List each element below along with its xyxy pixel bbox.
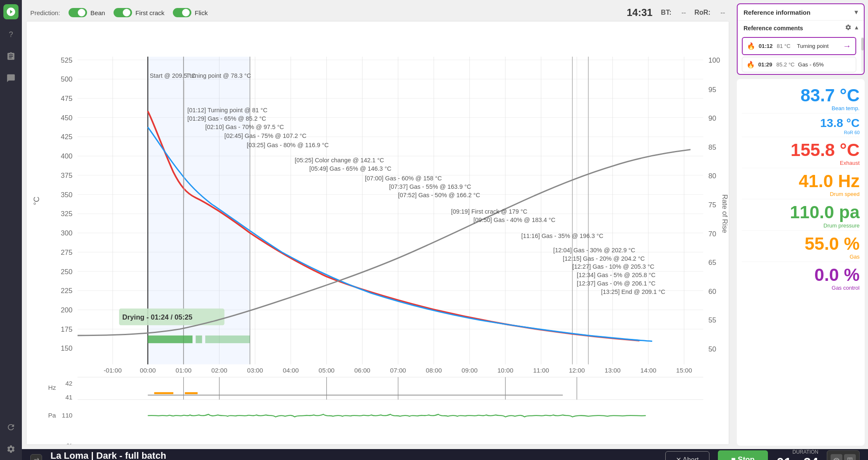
- svg-text:[02:45] Gas - 75% @ 107.2 °C: [02:45] Gas - 75% @ 107.2 °C: [225, 132, 307, 139]
- visibility-icon[interactable]: [831, 454, 842, 460]
- exhaust-row: 155.8 °C Exhaust: [742, 139, 860, 168]
- batch-info: La Loma | Dark - full batch PG-0008 - La…: [50, 450, 166, 460]
- chevron-down-icon[interactable]: ▾: [855, 8, 858, 16]
- bean-toggle-group: Bean: [69, 8, 105, 17]
- svg-rect-112: [77, 377, 703, 399]
- svg-text:425: 425: [61, 133, 72, 141]
- bottom-controls: ✕ Abort ■ Stop Duration 01 : 24: [665, 449, 860, 460]
- chart-section: Prediction: Bean First crack: [22, 0, 733, 449]
- flick-toggle-group: Flick: [173, 8, 208, 17]
- reference-info-card: Reference information ▾ Reference commen…: [737, 3, 865, 75]
- gas-control-row: 0.0 % Gas control: [742, 264, 860, 293]
- comment-icon-1: 🔥: [746, 61, 755, 69]
- chat-icon[interactable]: [4, 71, 18, 85]
- drum-pressure-row: 110.0 pa Drum pressure: [742, 201, 860, 230]
- gear-icon[interactable]: [845, 24, 852, 32]
- ror-row: 13.8 °C RoR 60: [742, 115, 860, 137]
- help-icon[interactable]: ?: [4, 28, 18, 41]
- svg-text:90: 90: [708, 114, 716, 122]
- chart-svg: 525 500 475 450 425 400 375 350 325 300 …: [26, 21, 729, 444]
- reference-comment-item-1: 🔥 01:29 85.2 °C Gas - 65%: [742, 57, 856, 72]
- svg-text:70: 70: [708, 230, 716, 238]
- svg-text:275: 275: [61, 249, 72, 256]
- controls-grid-icon[interactable]: [844, 454, 856, 460]
- app-logo[interactable]: [3, 4, 19, 19]
- svg-text:01:00: 01:00: [175, 367, 191, 374]
- duration-label: Duration: [776, 449, 818, 455]
- svg-text:13:00: 13:00: [605, 367, 621, 374]
- svg-text:50: 50: [708, 345, 716, 353]
- svg-text:95: 95: [708, 86, 716, 94]
- drum-speed-label: Drum speed: [830, 191, 860, 197]
- main-chart[interactable]: 525 500 475 450 425 400 375 350 325 300 …: [26, 21, 729, 445]
- svg-text:[01:29] Gas - 65% @ 85.2 °C: [01:29] Gas - 65% @ 85.2 °C: [188, 115, 266, 122]
- sidebar: ?: [0, 0, 22, 460]
- svg-text:[12:34] Gas - 5% @ 205.8 °C: [12:34] Gas - 5% @ 205.8 °C: [577, 272, 656, 278]
- svg-text:11:00: 11:00: [533, 367, 549, 374]
- first-crack-toggle[interactable]: [114, 8, 132, 17]
- right-panel: Reference information ▾ Reference commen…: [733, 0, 868, 449]
- svg-text:03:00: 03:00: [247, 367, 263, 374]
- stop-button[interactable]: ■ Stop: [718, 450, 768, 460]
- swap-icon[interactable]: ⇄: [30, 454, 42, 460]
- gas-label: Gas: [849, 254, 860, 260]
- svg-text:100: 100: [708, 56, 720, 64]
- ror-value-display: 13.8 °C: [820, 117, 860, 130]
- svg-text:[12:27] Gas - 10% @ 205.3 °C: [12:27] Gas - 10% @ 205.3 °C: [572, 263, 654, 270]
- refresh-icon[interactable]: [4, 420, 18, 434]
- svg-text:Hz: Hz: [48, 384, 56, 391]
- svg-text:Rate of Rise: Rate of Rise: [721, 194, 729, 233]
- clipboard-icon[interactable]: [4, 50, 18, 63]
- settings-icon[interactable]: [4, 442, 18, 456]
- reference-comments-title: Reference comments: [744, 25, 803, 32]
- svg-text:300: 300: [61, 229, 72, 237]
- comment-temp-1: 85.2 °C: [776, 61, 795, 68]
- svg-rect-68: [148, 336, 192, 343]
- ror-label-display: RoR 60: [844, 130, 860, 135]
- exhaust-label: Exhaust: [840, 160, 860, 166]
- svg-text:00:00: 00:00: [140, 367, 156, 374]
- abort-button[interactable]: ✕ Abort: [665, 451, 709, 460]
- svg-text:41: 41: [65, 394, 72, 401]
- comment-temp-0: 81 °C: [777, 43, 794, 49]
- svg-text:42: 42: [65, 380, 72, 387]
- svg-text:[13:25] End @ 209.1 °C: [13:25] End @ 209.1 °C: [601, 288, 665, 295]
- svg-text:05:00: 05:00: [319, 367, 335, 374]
- drum-pressure-value: 110.0 pa: [790, 203, 860, 222]
- svg-text:[02:10] Gas - 70% @ 97.5 °C: [02:10] Gas - 70% @ 97.5 °C: [205, 124, 284, 130]
- bean-toggle[interactable]: [69, 8, 87, 17]
- svg-text:[07:37] Gas - 55% @ 163.9 °C: [07:37] Gas - 55% @ 163.9 °C: [389, 183, 471, 190]
- first-crack-toggle-group: First crack: [114, 8, 164, 17]
- reference-comment-item-0: 🔥 01:12 81 °C Turning point →: [742, 37, 856, 55]
- svg-text:350: 350: [61, 191, 72, 199]
- svg-text:[11:16] Gas - 35% @ 196.3 °C: [11:16] Gas - 35% @ 196.3 °C: [521, 233, 603, 239]
- gas-control-label: Gas control: [832, 285, 860, 291]
- svg-text:400: 400: [61, 152, 72, 160]
- bean-temp-value: 83.7 °C: [800, 86, 860, 105]
- ror-value: --: [720, 9, 725, 16]
- flick-toggle[interactable]: [173, 8, 191, 17]
- prediction-label: Prediction:: [30, 9, 60, 16]
- svg-text:55: 55: [708, 316, 716, 324]
- bean-temp-label: Bean temp.: [832, 105, 860, 111]
- svg-text:375: 375: [61, 172, 72, 180]
- svg-text:150: 150: [61, 344, 72, 352]
- current-time: 14:31: [627, 7, 652, 19]
- bt-value: --: [681, 9, 686, 16]
- bt-label: BT:: [661, 9, 672, 16]
- comment-icon-0: 🔥: [747, 42, 755, 50]
- svg-text:06:00: 06:00: [355, 367, 370, 374]
- svg-text:500: 500: [61, 75, 72, 83]
- svg-text:110: 110: [62, 412, 72, 419]
- flick-label: Flick: [195, 9, 208, 16]
- svg-text:07:00: 07:00: [390, 367, 406, 374]
- drum-pressure-label: Drum pressure: [823, 222, 860, 229]
- chevron-up-icon[interactable]: ▴: [855, 24, 858, 32]
- svg-text:75: 75: [708, 201, 716, 209]
- svg-text:°C: °C: [32, 197, 41, 206]
- svg-text:[12:15] Gas - 20% @ 204.2 °C: [12:15] Gas - 20% @ 204.2 °C: [563, 255, 645, 262]
- svg-text:175: 175: [61, 325, 72, 333]
- svg-text:250: 250: [61, 268, 72, 276]
- gas-row: 55.0 % Gas: [742, 233, 860, 262]
- svg-text:09:00: 09:00: [462, 367, 478, 374]
